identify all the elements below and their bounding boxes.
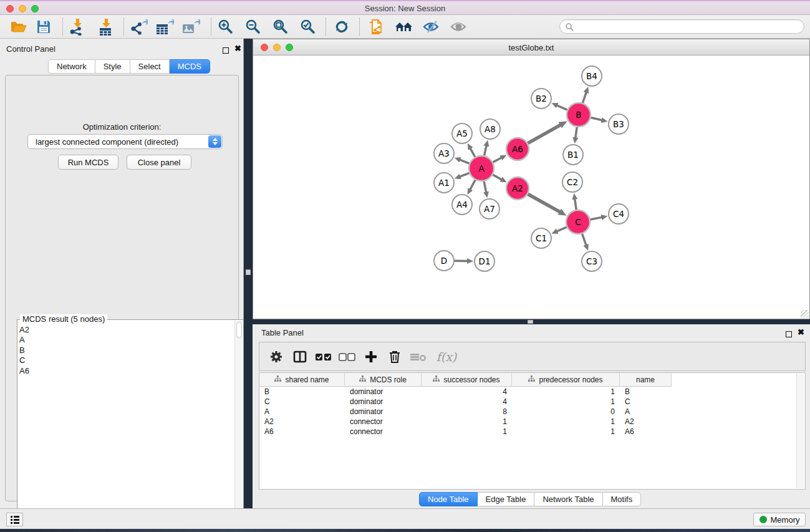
- edge-C-C2[interactable]: [575, 198, 577, 210]
- zoom-selected-icon[interactable]: [298, 17, 318, 36]
- optimization-criterion-dropdown[interactable]: largest connected component (directed): [27, 134, 223, 149]
- edge-A-A2[interactable]: [493, 175, 502, 180]
- table-cell: A: [259, 407, 345, 416]
- column-header-name[interactable]: name: [620, 373, 672, 387]
- tab-motifs[interactable]: Motifs: [603, 492, 642, 506]
- add-column-icon[interactable]: [359, 345, 383, 369]
- close-panel-icon[interactable]: ✖: [234, 46, 241, 52]
- window-resize-grip[interactable]: [801, 310, 809, 318]
- table-cell: 1: [512, 417, 620, 426]
- network-canvas[interactable]: B4B2BB3A5A8A6B1A3AA1C2A2A4A7C4CC1C3DD1: [254, 56, 809, 319]
- edge-C-C4[interactable]: [591, 217, 603, 220]
- show-column-icon[interactable]: [288, 345, 312, 369]
- table-row[interactable]: Cdominator41C: [259, 397, 805, 407]
- edge-A-A6[interactable]: [493, 157, 503, 162]
- float-panel-icon[interactable]: [223, 45, 229, 56]
- edge-A6-B[interactable]: [528, 125, 562, 143]
- tab-network[interactable]: Network: [48, 59, 95, 74]
- edge-B-B3[interactable]: [591, 118, 602, 121]
- column-header-MCDS-role[interactable]: MCDS role: [345, 373, 422, 387]
- tab-edge-table[interactable]: Edge Table: [478, 492, 535, 506]
- node-label: A5: [456, 128, 468, 138]
- edge-A-A8[interactable]: [485, 145, 487, 155]
- close-table-panel-icon[interactable]: ✖: [798, 329, 804, 336]
- zoom-out-icon[interactable]: [243, 17, 263, 36]
- toolbar-separator: [123, 18, 124, 36]
- hide-selected-icon[interactable]: [422, 17, 441, 36]
- edge-C-C1[interactable]: [556, 227, 567, 231]
- arrowhead-icon: [572, 193, 577, 200]
- deselect-all-checkboxes-icon[interactable]: [335, 345, 359, 369]
- search-input[interactable]: [574, 21, 804, 32]
- status-bar: Memory: [0, 508, 810, 529]
- search-field[interactable]: [559, 19, 804, 34]
- vertical-splitter-handle[interactable]: [246, 269, 251, 275]
- list-icon: [10, 515, 20, 525]
- tab-mcds[interactable]: MCDS: [170, 59, 210, 74]
- horizontal-splitter-handle[interactable]: [528, 320, 533, 324]
- edge-A-A5[interactable]: [470, 148, 475, 157]
- table-row[interactable]: Bdominator41B: [259, 387, 805, 397]
- tab-style[interactable]: Style: [95, 59, 130, 74]
- table-cell: A: [620, 407, 672, 416]
- zoom-in-icon[interactable]: [216, 17, 236, 36]
- node-label: B3: [613, 119, 624, 129]
- edge-A-A7[interactable]: [484, 181, 486, 193]
- mcds-panel: Optimization criterion: largest connecte…: [5, 75, 239, 501]
- export-image-icon[interactable]: [181, 17, 201, 36]
- table-row[interactable]: A6connector11A6: [259, 427, 805, 437]
- network-view-window: testGlobe.txt B4B2BB3A5A8A6B1A3AA1C2A2A4…: [253, 39, 810, 319]
- edge-B-B4[interactable]: [582, 92, 586, 103]
- node-label: C: [575, 217, 581, 227]
- arrowhead-icon: [584, 87, 589, 94]
- column-header-predecessor-nodes[interactable]: predecessor nodes: [512, 373, 620, 387]
- network-window-titlebar[interactable]: testGlobe.txt: [253, 39, 809, 56]
- close-panel-button[interactable]: Close panel: [127, 155, 191, 170]
- select-all-checkboxes-icon[interactable]: [312, 345, 335, 369]
- control-panel-title: Control Panel: [6, 44, 55, 54]
- table-row[interactable]: A2connector11A2: [259, 417, 805, 427]
- show-all-icon[interactable]: [449, 17, 469, 36]
- import-network-icon[interactable]: [67, 17, 87, 36]
- refresh-layout-icon[interactable]: [332, 17, 352, 36]
- edge-A-A3[interactable]: [459, 160, 469, 164]
- column-header-successor-nodes[interactable]: successor nodes: [422, 373, 512, 387]
- tab-select[interactable]: Select: [130, 59, 170, 74]
- memory-button[interactable]: Memory: [753, 513, 806, 526]
- delete-table-icon: [407, 345, 430, 369]
- node-label: C4: [613, 209, 624, 219]
- node-label: C2: [567, 177, 578, 187]
- result-item: A: [19, 335, 29, 345]
- task-history-button[interactable]: [6, 513, 23, 526]
- new-network-from-selection-icon[interactable]: [367, 17, 387, 36]
- table-cell: A6: [620, 427, 672, 436]
- tab-network-table[interactable]: Network Table: [534, 492, 602, 506]
- delete-column-trash-icon[interactable]: [383, 345, 407, 369]
- table-scrollbar[interactable]: [796, 374, 804, 488]
- table-cell: connector: [345, 417, 422, 426]
- tab-node-table[interactable]: Node Table: [419, 492, 478, 506]
- edge-C-C3[interactable]: [582, 234, 587, 246]
- table-toolbar: f(x): [259, 342, 806, 371]
- edge-A-A1[interactable]: [459, 173, 469, 177]
- export-table-icon[interactable]: [155, 17, 175, 36]
- result-scrollbar[interactable]: [234, 321, 243, 532]
- table-options-gear-icon[interactable]: [264, 345, 288, 369]
- export-network-icon[interactable]: [128, 17, 148, 36]
- zoom-fit-icon[interactable]: [271, 17, 291, 36]
- node-label: D1: [479, 256, 491, 266]
- edge-A-A4[interactable]: [470, 180, 475, 191]
- import-table-icon[interactable]: [96, 17, 116, 36]
- save-session-icon[interactable]: [34, 17, 54, 36]
- edge-A2-C[interactable]: [528, 194, 561, 212]
- table-row[interactable]: Adominator80A: [259, 407, 805, 417]
- float-table-panel-icon[interactable]: [786, 329, 792, 340]
- control-panel-tabs: NetworkStyleSelectMCDS: [48, 59, 210, 74]
- home-layout-icon[interactable]: [394, 17, 414, 36]
- node-label: C3: [586, 256, 597, 266]
- open-folder-icon[interactable]: [9, 17, 29, 36]
- run-mcds-button[interactable]: Run MCDS: [58, 155, 118, 170]
- edge-B-B1[interactable]: [576, 127, 577, 138]
- edge-B-B2[interactable]: [556, 105, 567, 110]
- column-header-shared-name[interactable]: shared name: [259, 373, 345, 387]
